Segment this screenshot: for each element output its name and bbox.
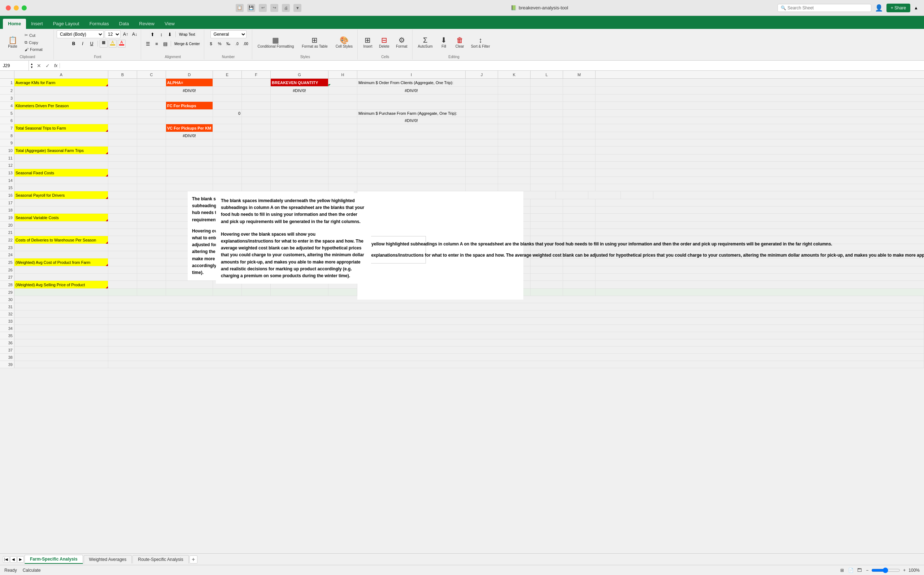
align-bottom-button[interactable]: ⬇ (166, 30, 174, 38)
cell-M18[interactable] (563, 206, 595, 213)
tab-insert[interactable]: Insert (26, 19, 48, 29)
cell-G2[interactable]: #DIV/0! (271, 87, 329, 94)
cell-K15[interactable] (498, 184, 530, 191)
tab-nav-first[interactable]: |◀ (3, 556, 10, 563)
cell-C19[interactable] (137, 214, 166, 221)
cell-A34[interactable] (14, 325, 108, 332)
cell-A22[interactable]: Costs of Deliveries to Warehouse Per Sea… (14, 236, 108, 244)
cell-L10[interactable] (530, 146, 563, 154)
cell-A13[interactable]: Seasonal Fixed Costs (14, 169, 108, 176)
underline-button[interactable]: U (88, 40, 96, 48)
cell-J6[interactable] (465, 117, 498, 124)
tab-review[interactable]: Review (134, 19, 160, 29)
tab-formulas[interactable]: Formulas (84, 19, 114, 29)
cell-G12[interactable] (271, 162, 329, 168)
minimize-button[interactable] (14, 5, 19, 11)
cell-B10[interactable] (108, 146, 137, 154)
cell-G9[interactable] (271, 139, 329, 146)
cell-E15[interactable] (213, 184, 242, 191)
cell-C6[interactable] (137, 117, 166, 124)
font-size-select[interactable]: 12 (105, 30, 121, 38)
conditional-formatting-button[interactable]: ▦ Conditional Formatting (255, 32, 297, 53)
cell-B21[interactable] (108, 229, 137, 236)
cell-B18[interactable] (108, 206, 137, 213)
cell-A23[interactable] (14, 244, 108, 251)
cell-A10[interactable]: Total (Aggregate) Seasonal Farm Trips (14, 146, 108, 154)
col-header-B[interactable]: B (108, 71, 137, 78)
cell-F1[interactable] (242, 79, 271, 86)
border-color-button[interactable]: ▦ (100, 40, 108, 48)
insert-button[interactable]: ⊞ Insert (360, 32, 375, 53)
cell-A27[interactable] (14, 273, 108, 280)
paste-button[interactable]: 📋 Paste (3, 32, 22, 53)
cell-C17[interactable] (137, 199, 166, 206)
fill-button[interactable]: ⬇ Fill (437, 32, 451, 53)
cell-F10[interactable] (242, 146, 271, 154)
cell-C3[interactable] (137, 95, 166, 102)
rows-area[interactable]: 1 Average KMs for Farm ALPHA= BREAKEVEN … (0, 79, 924, 553)
cell-A20[interactable] (14, 222, 108, 229)
format-as-table-button[interactable]: ⊞ Format as Table (299, 32, 330, 53)
cell-K9[interactable] (498, 139, 530, 146)
cell-A36[interactable] (14, 339, 108, 346)
cell-C21[interactable] (137, 229, 166, 236)
cell-E13[interactable] (213, 169, 242, 176)
cell-A21[interactable] (14, 229, 108, 236)
zoom-slider[interactable] (871, 567, 900, 573)
cell-L7[interactable] (530, 124, 563, 132)
cell-G10[interactable] (271, 146, 329, 154)
cell-L6[interactable] (530, 117, 563, 124)
cell-A17[interactable] (14, 199, 108, 206)
cell-B26[interactable] (108, 266, 137, 273)
cell-K7[interactable] (498, 124, 530, 132)
cell-K14[interactable] (498, 177, 530, 184)
save-icon[interactable]: 💾 (247, 4, 255, 12)
cell-G5[interactable] (271, 110, 329, 117)
cell-C25[interactable] (137, 259, 166, 266)
cell-J13[interactable] (465, 169, 498, 176)
cell-B22[interactable] (108, 236, 137, 244)
cancel-formula-button[interactable]: ✕ (35, 63, 43, 68)
cell-I13[interactable] (357, 169, 465, 176)
cell-M7[interactable] (563, 124, 595, 132)
cell-J1[interactable] (465, 79, 498, 86)
col-header-G[interactable]: G (271, 71, 329, 78)
cell-C18[interactable] (137, 206, 166, 213)
share-button[interactable]: + Share (886, 3, 910, 12)
cell-I12[interactable] (357, 162, 465, 168)
cell-G1[interactable]: BREAKEVEN QUANTITY (271, 79, 329, 86)
cell-H29[interactable] (329, 289, 357, 295)
cell-G7[interactable] (271, 124, 329, 132)
formula-input[interactable] (60, 60, 924, 70)
cell-A4[interactable]: Kilometers Driven Per Season (14, 102, 108, 110)
fill-color-button[interactable]: A (109, 40, 117, 48)
increase-decimal-button[interactable]: .0 (233, 40, 241, 48)
tab-data[interactable]: Data (114, 19, 134, 29)
cell-A26[interactable] (14, 266, 108, 273)
cell-B9[interactable] (108, 139, 137, 146)
cell-M27[interactable] (563, 273, 595, 280)
cell-E10[interactable] (213, 146, 242, 154)
cell-M13[interactable] (563, 169, 595, 176)
cell-E4[interactable] (213, 102, 242, 110)
cell-E14[interactable] (213, 177, 242, 184)
cell-I5[interactable]: Minimum $ Purchase From Farm (Aggregate,… (357, 110, 465, 117)
cell-F29[interactable] (242, 289, 271, 295)
cell-F15[interactable] (242, 184, 271, 191)
cell-H14[interactable] (329, 177, 357, 184)
cell-K13[interactable] (498, 169, 530, 176)
cell-L16[interactable] (588, 191, 621, 199)
cell-A24[interactable] (14, 251, 108, 258)
cell-G8[interactable] (271, 132, 329, 139)
sheet-tab-farm[interactable]: Farm-Specific Analysis (25, 555, 83, 564)
cell-D5[interactable] (166, 110, 213, 117)
cell-D7[interactable]: VC For Pickups Per KM (166, 124, 213, 132)
cell-M3[interactable] (563, 95, 595, 102)
cell-L17[interactable] (530, 199, 563, 206)
cell-A25[interactable]: (Weighted) Avg Cost of Product from Farm (14, 259, 108, 266)
print-icon[interactable]: 🖨 (282, 4, 290, 12)
cell-G15[interactable] (271, 184, 329, 191)
cell-F4[interactable] (242, 102, 271, 110)
cell-B23[interactable] (108, 244, 137, 251)
cell-J16[interactable] (523, 191, 556, 199)
